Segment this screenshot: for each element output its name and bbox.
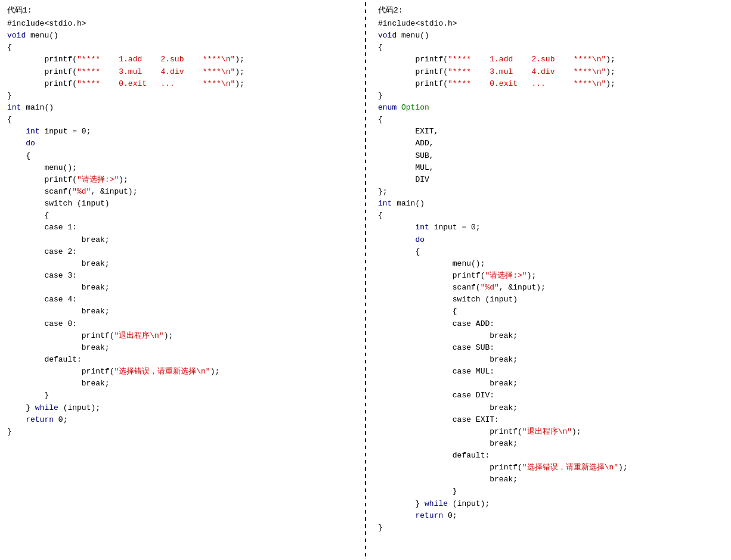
code-line: { bbox=[378, 114, 724, 126]
left-panel: 代码1: #include<stdio.h>void menu(){ print… bbox=[0, 0, 360, 560]
code-line: #include<stdio.h> bbox=[378, 18, 724, 30]
code-line: int input = 0; bbox=[7, 126, 353, 138]
code-line: case MUL: bbox=[378, 366, 724, 378]
code-line: case EXIT: bbox=[378, 414, 724, 426]
code-line: case 3: bbox=[7, 270, 353, 282]
code-line: break; bbox=[378, 474, 724, 486]
code-line: { bbox=[7, 210, 353, 222]
code-line: break; bbox=[378, 402, 724, 414]
code-line: } bbox=[7, 426, 353, 438]
code-line: }; bbox=[378, 186, 724, 198]
code-line: printf("退出程序\n"); bbox=[7, 330, 353, 342]
code-line: void menu() bbox=[7, 30, 353, 42]
code-line: default: bbox=[378, 450, 724, 462]
left-title: 代码1: bbox=[7, 5, 353, 15]
code-line: DIV bbox=[378, 174, 724, 186]
code-line: int main() bbox=[378, 198, 724, 210]
code-line: default: bbox=[7, 354, 353, 366]
code-line: } bbox=[378, 90, 724, 102]
code-line: case 1: bbox=[7, 222, 353, 234]
code-line: do bbox=[378, 234, 724, 246]
code-line: switch (input) bbox=[378, 294, 724, 306]
code-line: break; bbox=[7, 234, 353, 246]
code-line: { bbox=[378, 246, 724, 258]
code-line: int main() bbox=[7, 102, 353, 114]
code-line: { bbox=[378, 210, 724, 222]
right-code-block: #include<stdio.h>void menu(){ printf("**… bbox=[378, 18, 724, 534]
code-line: break; bbox=[7, 342, 353, 354]
code-line: } bbox=[378, 522, 724, 534]
code-line: } while (input); bbox=[7, 402, 353, 414]
code-line: break; bbox=[378, 378, 724, 390]
code-line: scanf("%d", &input); bbox=[378, 282, 724, 294]
code-line: case SUB: bbox=[378, 342, 724, 354]
code-line: break; bbox=[7, 306, 353, 318]
code-line: scanf("%d", &input); bbox=[7, 186, 353, 198]
divider-line bbox=[365, 2, 366, 560]
right-title: 代码2: bbox=[378, 5, 724, 15]
code-line: printf("**** 1.add 2.sub ****\n"); bbox=[7, 54, 353, 66]
code-line: break; bbox=[378, 330, 724, 342]
right-panel: 代码2: #include<stdio.h>void menu(){ print… bbox=[371, 0, 731, 560]
code-line: } bbox=[378, 486, 724, 497]
code-line: printf("选择错误，请重新选择\n"); bbox=[7, 366, 353, 378]
code-line: printf("**** 3.mul 4.div ****\n"); bbox=[378, 66, 724, 78]
code-line: } bbox=[7, 90, 353, 102]
code-line: break; bbox=[7, 378, 353, 390]
code-line: printf("选择错误，请重新选择\n"); bbox=[378, 462, 724, 474]
code-line: break; bbox=[378, 438, 724, 450]
code-line: printf("请选择:>"); bbox=[378, 270, 724, 282]
code-line: MUL, bbox=[378, 162, 724, 174]
code-line: ADD, bbox=[378, 138, 724, 150]
code-line: printf("退出程序\n"); bbox=[378, 426, 724, 438]
code-line: { bbox=[7, 150, 353, 162]
code-line: { bbox=[7, 42, 353, 54]
code-line: printf("**** 0.exit ... ****\n"); bbox=[378, 78, 724, 90]
code-line: #include<stdio.h> bbox=[7, 18, 353, 30]
code-line: EXIT, bbox=[378, 126, 724, 138]
code-line: break; bbox=[7, 258, 353, 270]
code-line: break; bbox=[378, 354, 724, 366]
code-line: break; bbox=[7, 282, 353, 294]
code-line: case DIV: bbox=[378, 390, 724, 402]
code-line: switch (input) bbox=[7, 198, 353, 210]
code-line: return 0; bbox=[7, 414, 353, 426]
code-line: printf("**** 0.exit ... ****\n"); bbox=[7, 78, 353, 90]
code-line: enum Option bbox=[378, 102, 724, 114]
code-line: SUB, bbox=[378, 150, 724, 162]
code-line: do bbox=[7, 138, 353, 150]
code-line: } bbox=[7, 390, 353, 402]
code-line: printf("**** 1.add 2.sub ****\n"); bbox=[378, 54, 724, 66]
code-line: { bbox=[7, 114, 353, 126]
code-line: case 2: bbox=[7, 246, 353, 258]
left-code-block: #include<stdio.h>void menu(){ printf("**… bbox=[7, 18, 353, 438]
code-line: case 0: bbox=[7, 318, 353, 330]
code-line: printf("请选择:>"); bbox=[7, 174, 353, 186]
code-line: printf("**** 3.mul 4.div ****\n"); bbox=[7, 66, 353, 78]
code-line: menu(); bbox=[7, 162, 353, 174]
code-line: menu(); bbox=[378, 258, 724, 270]
code-line: } while (input); bbox=[378, 498, 724, 510]
divider bbox=[360, 0, 371, 560]
code-line: case ADD: bbox=[378, 318, 724, 330]
code-line: void menu() bbox=[378, 30, 724, 42]
code-line: { bbox=[378, 42, 724, 54]
code-line: int input = 0; bbox=[378, 222, 724, 234]
code-line: { bbox=[378, 306, 724, 318]
code-line: return 0; bbox=[378, 510, 724, 522]
code-line: case 4: bbox=[7, 294, 353, 306]
